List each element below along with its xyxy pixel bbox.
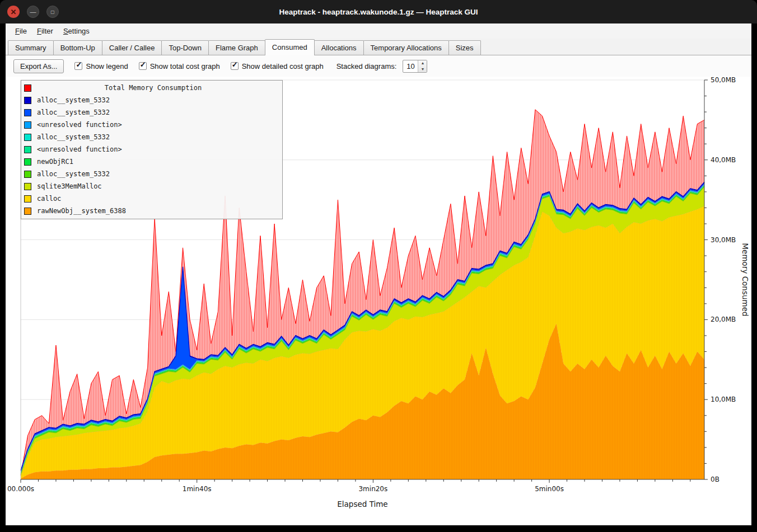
- legend-label: rawNewObj__system_6388: [37, 207, 126, 215]
- tab-flame-graph[interactable]: Flame Graph: [208, 40, 265, 55]
- show-total-cost-checkbox[interactable]: ✓ Show total cost graph: [139, 62, 220, 70]
- checkbox-box: ✓: [231, 62, 239, 70]
- y-tick-label: 50,0MB: [711, 77, 736, 84]
- legend-item: alloc__system_5332: [21, 94, 282, 106]
- legend-swatch: [24, 146, 31, 153]
- check-icon: ✓: [76, 60, 82, 69]
- spin-up-button[interactable]: ▲: [418, 60, 427, 67]
- tab-consumed[interactable]: Consumed: [265, 39, 315, 55]
- check-icon: ✓: [232, 60, 238, 69]
- legend-item: alloc__system_5332: [21, 106, 282, 119]
- legend-swatch: [24, 171, 31, 178]
- stacked-diagrams-spinbox[interactable]: 10 ▲ ▼: [403, 60, 427, 73]
- menubar: File Filter Settings: [6, 23, 751, 39]
- menu-settings[interactable]: Settings: [58, 25, 95, 37]
- legend-swatch: [24, 134, 31, 141]
- window-title: Heaptrack - heaptrack.wakunode.1.gz — He…: [0, 8, 757, 16]
- legend-item: alloc__system_5332: [21, 131, 282, 143]
- toolbar: Export As... ✓ Show legend ✓ Show total …: [6, 55, 751, 77]
- app-content: File Filter Settings Summary Bottom-Up C…: [6, 23, 751, 525]
- y-tick-label: 30,0MB: [711, 236, 736, 244]
- show-legend-checkbox[interactable]: ✓ Show legend: [74, 62, 128, 70]
- legend-label: Total Memory Consumption: [105, 84, 202, 92]
- tab-summary[interactable]: Summary: [8, 40, 54, 55]
- consumed-chart-panel: 00.000s1min40s3min20s5min00s0B10,0MB20,0…: [6, 77, 751, 525]
- legend-label: <unresolved function>: [37, 145, 122, 153]
- legend-swatch: [24, 109, 31, 116]
- tabbar: Summary Bottom-Up Caller / Callee Top-Do…: [6, 39, 751, 55]
- legend-label: alloc__system_5332: [37, 170, 110, 178]
- legend-item: alloc__system_5332: [21, 168, 282, 180]
- chart-legend: Total Memory Consumptionalloc__system_53…: [21, 80, 283, 219]
- legend-item: sqlite3MemMalloc: [21, 180, 282, 192]
- legend-label: alloc__system_5332: [37, 109, 110, 116]
- legend-label: <unresolved function>: [37, 121, 122, 129]
- y-tick-label: 40,0MB: [711, 156, 736, 164]
- legend-label: alloc__system_5332: [37, 96, 110, 104]
- legend-label: sqlite3MemMalloc: [37, 182, 102, 190]
- tab-bottom-up[interactable]: Bottom-Up: [53, 40, 102, 55]
- export-as-button[interactable]: Export As...: [13, 59, 64, 73]
- tab-caller-callee[interactable]: Caller / Callee: [102, 40, 162, 55]
- legend-swatch: [24, 97, 31, 104]
- checkbox-box: ✓: [139, 62, 147, 70]
- spinbox-value[interactable]: 10: [403, 60, 418, 72]
- legend-label: calloc: [37, 195, 61, 203]
- legend-item: <unresolved function>: [21, 119, 282, 131]
- legend-swatch: [24, 195, 31, 203]
- menu-filter[interactable]: Filter: [32, 25, 58, 37]
- x-tick-label: 1min40s: [183, 485, 212, 493]
- legend-title-row: Total Memory Consumption: [21, 82, 282, 94]
- titlebar[interactable]: ✕ — ▢ Heaptrack - heaptrack.wakunode.1.g…: [0, 0, 757, 23]
- tab-top-down[interactable]: Top-Down: [161, 40, 209, 55]
- checkbox-label: Show detailed cost graph: [242, 62, 324, 70]
- legend-item: rawNewObj__system_6388: [21, 205, 282, 217]
- legend-item: newObjRC1: [21, 156, 282, 168]
- legend-swatch: [24, 158, 31, 166]
- legend-swatch: [24, 183, 31, 190]
- y-axis-title: Memory Consumed: [741, 243, 750, 316]
- checkbox-label: Show total cost graph: [150, 62, 220, 70]
- checkbox-label: Show legend: [86, 62, 128, 70]
- y-tick-label: 20,0MB: [711, 316, 736, 323]
- legend-swatch: [24, 121, 31, 129]
- tab-sizes[interactable]: Sizes: [448, 40, 481, 55]
- stacked-diagrams-label: Stacked diagrams:: [337, 62, 397, 70]
- y-tick-label: 0B: [711, 475, 719, 483]
- check-icon: ✓: [140, 60, 146, 69]
- y-tick-label: 10,0MB: [711, 396, 736, 403]
- legend-label: alloc__system_5332: [37, 133, 110, 141]
- spin-down-button[interactable]: ▼: [418, 66, 427, 72]
- application-window: ✕ — ▢ Heaptrack - heaptrack.wakunode.1.g…: [0, 0, 757, 532]
- tab-allocations[interactable]: Allocations: [314, 40, 364, 55]
- legend-swatch: [24, 208, 31, 215]
- legend-item: <unresolved function>: [21, 143, 282, 156]
- spinbox-buttons: ▲ ▼: [418, 60, 427, 72]
- checkbox-box: ✓: [74, 62, 82, 70]
- show-detailed-cost-checkbox[interactable]: ✓ Show detailed cost graph: [231, 62, 324, 70]
- x-tick-label: 5min00s: [535, 485, 564, 493]
- tab-temporary-allocations[interactable]: Temporary Allocations: [363, 40, 449, 55]
- x-tick-label: 00.000s: [7, 485, 34, 493]
- x-axis-title: Elapsed Time: [337, 500, 387, 509]
- legend-swatch: [24, 84, 31, 92]
- x-tick-label: 3min20s: [358, 485, 387, 493]
- legend-label: newObjRC1: [37, 158, 73, 166]
- legend-item: calloc: [21, 192, 282, 205]
- menu-file[interactable]: File: [10, 25, 32, 37]
